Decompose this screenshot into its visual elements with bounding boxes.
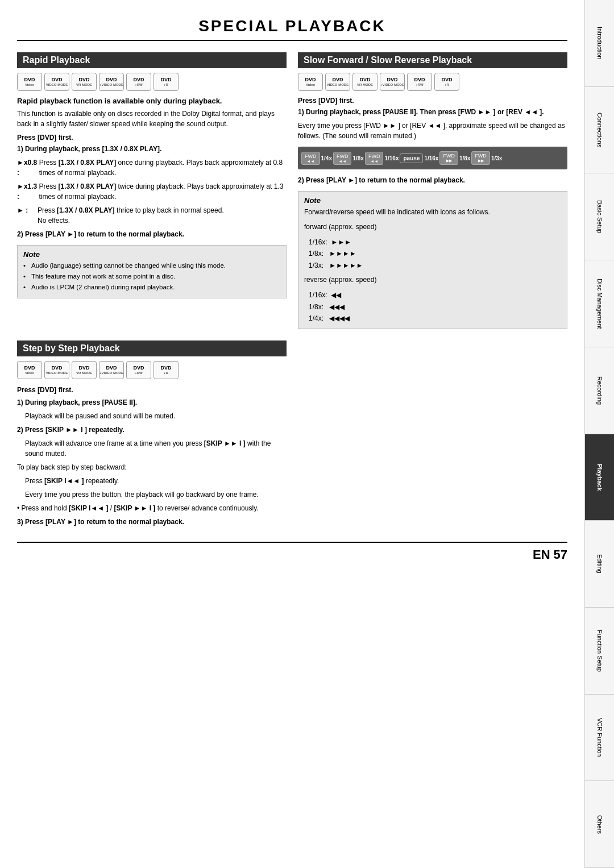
page-number: 57 xyxy=(554,547,567,562)
speed-btn-1-8x-right: FWD ▶▶ xyxy=(471,151,490,165)
dvd-icon-2: DVD VIDEO MODE xyxy=(44,73,69,91)
slow-press-dvd: Press [DVD] first. xyxy=(298,97,567,105)
rapid-note-box: Note • Audio (language) setting cannot b… xyxy=(17,245,287,298)
sidebar-tab-others[interactable]: Others xyxy=(585,781,614,868)
slow-forward-section: Slow Forward / Slow Reverse Playback DVD… xyxy=(298,52,567,329)
step-step1: 1) During playback, press [PAUSE II]. xyxy=(17,397,287,408)
step-dvd-icon-2: DVD VIDEO MODE xyxy=(44,361,69,379)
rapid-bullet-1: ►x0.8 : Press [1.3X / 0.8X PLAY] once du… xyxy=(17,157,287,178)
sidebar-tab-vcr-function[interactable]: VCR Function xyxy=(585,695,614,782)
slow-dvd-icons: DVD Video DVD VIDEO MODE DVD VR MODE DVD… xyxy=(298,73,567,91)
sidebar-tab-basic-setup[interactable]: Basic Setup xyxy=(585,173,614,260)
slow-reverse-icons: 1/16x: ◀◀ 1/8x: ◀◀◀ 1/4x: ◀◀◀◀ xyxy=(309,289,561,324)
dvd-icon-4: DVD +VIDEO MODE xyxy=(99,73,124,91)
sidebar-tab-introduction[interactable]: Introduction xyxy=(585,0,614,87)
step-dvd-icon-4: DVD +VIDEO MODE xyxy=(99,361,124,379)
slow-note-reverse-label: reverse (approx. speed) xyxy=(304,275,561,285)
speed-diagram: FWD ◄◄ 1/4x FWD ◄◄ 1/8x FWD ◄◄ 1/16x pau… xyxy=(298,147,567,169)
sidebar: Introduction Connections Basic Setup Dis… xyxy=(584,0,614,868)
slow-note-forward-label: forward (approx. speed) xyxy=(304,222,561,232)
sidebar-tab-editing[interactable]: Editing xyxy=(585,521,614,608)
rapid-dvd-icons: DVD Video DVD VIDEO MODE DVD VR MODE DVD… xyxy=(17,73,287,91)
step-backward-press: Press [SKIP I◄◄ ] repeatedly. xyxy=(25,476,287,486)
step-by-step-header: Step by Step Playback xyxy=(17,340,287,356)
slow-note-intro: Forward/reverse speed will be indicated … xyxy=(304,207,561,217)
rapid-note-title: Note xyxy=(23,250,280,259)
speed-btn-1-16x-left: FWD ◄◄ xyxy=(365,152,384,165)
slow-dvd-icon-1: DVD Video xyxy=(298,73,323,91)
step-press-dvd: Press [DVD] first. xyxy=(17,385,287,395)
slow-dvd-icon-4: DVD +VIDEO MODE xyxy=(380,73,405,91)
slow-step2: 2) Press [PLAY ►] to return to the norma… xyxy=(298,175,567,185)
step-right-empty xyxy=(298,340,567,530)
step-inner: Press [DVD] first. 1) During playback, p… xyxy=(17,385,287,527)
rapid-note-3: • Audio is LPCM (2 channel) during rapid… xyxy=(23,283,280,292)
step-step2-detail: Playback will advance one frame at a tim… xyxy=(25,438,287,459)
rapid-bold-intro: Rapid playback function is available onl… xyxy=(17,97,287,105)
slow-forward-header: Slow Forward / Slow Reverse Playback xyxy=(298,52,567,68)
slow-dvd-icon-5: DVD +RW xyxy=(407,73,432,91)
rapid-playback-section: Rapid Playback DVD Video DVD VIDEO MODE … xyxy=(17,52,287,329)
step-dvd-icons: DVD Video DVD VIDEO MODE DVD VR MODE D xyxy=(17,361,287,379)
dvd-icon-6: DVD +R xyxy=(154,73,179,91)
dvd-icon-5: DVD +RW xyxy=(126,73,151,91)
step-dvd-icon-1: DVD Video xyxy=(17,361,42,379)
step-dvd-icon-6: DVD +R xyxy=(154,361,179,379)
speed-btn-1-16x-right: FWD ▶▶ xyxy=(439,151,458,165)
step-dvd-icon-3: DVD VR MODE xyxy=(72,361,97,379)
rapid-press-dvd: Press [DVD] first. xyxy=(17,134,287,142)
slow-dvd-icon-6: DVD +R xyxy=(434,73,459,91)
step-hold-note: • Press and hold [SKIP I◄◄ ] / [SKIP ►► … xyxy=(17,503,287,513)
dvd-icon-3: DVD VR MODE xyxy=(72,73,97,91)
step-step3: 3) Press [PLAY ►] to return to the norma… xyxy=(17,517,287,527)
sidebar-tab-disc-management[interactable]: Disc Management xyxy=(585,260,614,347)
dvd-icon-1: DVD Video xyxy=(17,73,42,91)
slow-note-title: Note xyxy=(304,196,561,205)
page-title: SPECIAL PLAYBACK xyxy=(17,17,567,41)
sidebar-tab-connections[interactable]: Connections xyxy=(585,87,614,174)
speed-btn-1-4x: FWD ◄◄ xyxy=(301,152,320,165)
rapid-step1: 1) During playback, press [1.3X / 0.8X P… xyxy=(17,144,287,154)
slow-dvd-icon-2: DVD VIDEO MODE xyxy=(325,73,350,91)
slow-note-box: Note Forward/reverse speed will be indic… xyxy=(298,191,567,329)
step-by-step-section: Step by Step Playback DVD Video DVD VIDE… xyxy=(17,340,567,530)
sidebar-tab-recording[interactable]: Recording xyxy=(585,347,614,434)
rapid-bullet-2: ►x1.3 : Press [1.3X / 0.8X PLAY] twice d… xyxy=(17,181,287,202)
step-step1-detail: Playback will be paused and sound will b… xyxy=(25,411,287,421)
speed-pause-btn: pause xyxy=(400,153,423,163)
speed-btn-1-8x-left: FWD ◄◄ xyxy=(333,152,352,165)
slow-forward-icons: 1/16x: ►►► 1/8x: ►►►► 1/3x: ►►►►► xyxy=(309,236,561,271)
step-step2: 2) Press [SKIP ►► I ] repeatedly. xyxy=(17,425,287,435)
rapid-bullet-3: ► : Press [1.3X / 0.8X PLAY] thrice to p… xyxy=(17,205,287,226)
rapid-step2: 2) Press [PLAY ►] to return to the norma… xyxy=(17,229,287,239)
rapid-note-2: • This feature may not work at some poin… xyxy=(23,272,280,281)
slow-step1-detail: Every time you press [FWD ►► ] or [REV ◄… xyxy=(298,121,567,141)
sidebar-tab-function-setup[interactable]: Function Setup xyxy=(585,608,614,695)
rapid-playback-header: Rapid Playback xyxy=(17,52,287,68)
rapid-note-1: • Audio (language) setting cannot be cha… xyxy=(23,261,280,270)
step-backward-detail: Every time you press the button, the pla… xyxy=(25,489,287,500)
rapid-intro-text: This function is available only on discs… xyxy=(17,109,287,129)
step-by-step-content: Step by Step Playback DVD Video DVD VIDE… xyxy=(17,340,287,530)
step-backward-intro: To play back step by step backward: xyxy=(17,462,287,472)
bottom-bar: EN 57 xyxy=(17,542,567,562)
slow-step1: 1) During playback, press [PAUSE II]. Th… xyxy=(298,107,567,117)
step-dvd-icon-5: DVD +RW xyxy=(126,361,151,379)
slow-dvd-icon-3: DVD VR MODE xyxy=(352,73,377,91)
sidebar-tab-playback[interactable]: Playback xyxy=(585,434,614,521)
en-label: EN xyxy=(533,547,550,562)
